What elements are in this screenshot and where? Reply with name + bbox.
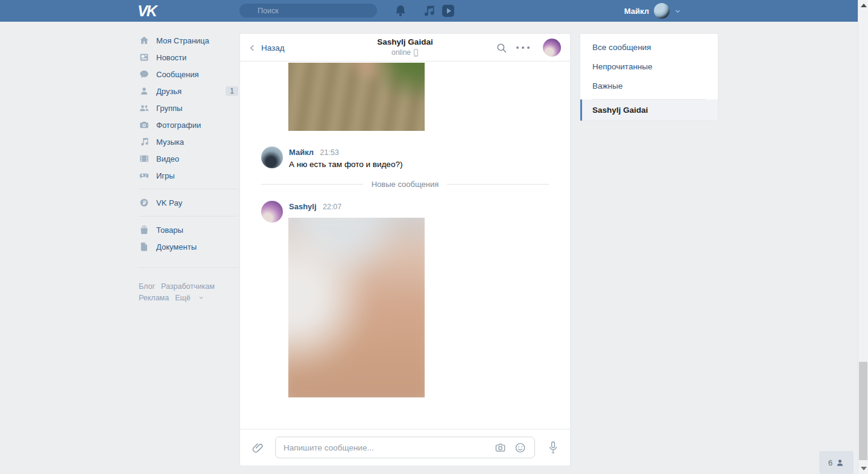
compose-bar xyxy=(240,429,570,466)
footer-link-developers[interactable]: Разработчикам xyxy=(161,282,215,291)
filter-important[interactable]: Важные xyxy=(580,76,718,95)
mobile-icon xyxy=(413,49,419,57)
account-avatar xyxy=(654,3,670,19)
messages-filter-panel: Все сообщения Непрочитанные Важные Sashy… xyxy=(580,33,718,121)
vk-logo[interactable]: VK xyxy=(138,2,162,19)
message-time: 21:53 xyxy=(320,148,339,157)
sidebar-divider xyxy=(139,189,238,189)
sidebar-footer: БлогРазработчикам РекламаЕщё xyxy=(139,281,238,304)
sidebar-item-market[interactable]: Товары xyxy=(139,221,238,238)
video-play-icon[interactable] xyxy=(441,4,455,18)
sidebar-item-music[interactable]: Музыка xyxy=(139,133,238,150)
games-icon xyxy=(139,170,150,181)
docs-icon xyxy=(139,241,150,252)
message-list[interactable]: Майкл 21:53 А ню есть там фото и видео?)… xyxy=(240,62,570,429)
sidebar-item-video[interactable]: Видео xyxy=(139,150,238,167)
sidebar-divider xyxy=(139,216,238,216)
filter-unread[interactable]: Непрочитанные xyxy=(580,57,718,76)
friends-online-widget[interactable]: 6 xyxy=(819,451,854,474)
friends-icon xyxy=(139,86,150,96)
microphone-icon[interactable] xyxy=(548,441,559,455)
sidebar-item-groups[interactable]: Группы xyxy=(139,100,238,116)
sidebar-item-docs[interactable]: Документы xyxy=(139,238,238,255)
vkpay-icon xyxy=(139,197,150,208)
footer-link-ads[interactable]: Реклама xyxy=(139,294,169,302)
photos-icon xyxy=(139,119,150,130)
sidebar-item-friends[interactable]: Друзья 1 xyxy=(139,83,238,100)
chevron-down-icon xyxy=(198,295,204,300)
music-icon[interactable] xyxy=(422,4,436,18)
bell-icon[interactable] xyxy=(393,4,408,18)
message-row: Майкл 21:53 А ню есть там фото и видео?) xyxy=(261,147,402,169)
top-bar: VK Майкл xyxy=(0,0,858,22)
sidebar-item-news[interactable]: Новости xyxy=(139,49,238,66)
online-count: 6 xyxy=(828,458,832,467)
search-conversation-icon[interactable] xyxy=(496,42,507,54)
camera-icon[interactable] xyxy=(495,442,506,453)
sidebar-item-my-page[interactable]: Моя Страница xyxy=(139,32,238,49)
chevron-down-icon xyxy=(674,8,681,14)
market-icon xyxy=(139,224,150,235)
messages-icon xyxy=(139,69,150,80)
search-input[interactable] xyxy=(239,4,377,17)
more-actions-icon[interactable] xyxy=(516,46,530,49)
avatar[interactable] xyxy=(261,147,283,168)
groups-icon xyxy=(139,103,150,113)
home-icon xyxy=(139,35,150,46)
footer-link-more[interactable]: Ещё xyxy=(175,294,191,302)
sidebar-item-messages[interactable]: Сообщения xyxy=(139,66,238,83)
sidebar-item-photos[interactable]: Фотографии xyxy=(139,116,238,133)
news-icon xyxy=(139,52,150,63)
left-sidebar: Моя Страница Новости Сообщения Друзья 1 … xyxy=(139,32,238,304)
chat-window: Назад Sashylj Gaidai online Майкл xyxy=(239,33,571,466)
chat-list-item-selected[interactable]: Sashylj Gaidai xyxy=(580,100,718,121)
friends-count-badge: 1 xyxy=(226,86,238,96)
scrollbar[interactable] xyxy=(858,0,868,474)
chat-header: Назад Sashylj Gaidai online xyxy=(240,34,570,62)
scroll-down-arrow[interactable] xyxy=(861,467,867,470)
scrollbar-thumb[interactable] xyxy=(859,362,867,460)
message-author[interactable]: Sashylj xyxy=(289,202,317,211)
chat-status: online xyxy=(391,48,419,57)
sidebar-item-games[interactable]: Игры xyxy=(139,167,238,184)
sidebar-item-vkpay[interactable]: VK Pay xyxy=(139,194,238,211)
account-name: Майкл xyxy=(624,7,649,16)
filter-all-messages[interactable]: Все сообщения xyxy=(580,37,718,57)
message-text: А ню есть там фото и видео?) xyxy=(289,160,402,169)
scroll-up-arrow[interactable] xyxy=(861,4,867,7)
photo-attachment[interactable] xyxy=(288,63,425,131)
paperclip-icon[interactable] xyxy=(252,442,264,454)
sidebar-divider xyxy=(139,267,238,268)
photo-attachment[interactable] xyxy=(288,218,425,397)
smiley-icon[interactable] xyxy=(515,442,526,453)
message-author[interactable]: Майкл xyxy=(289,148,314,157)
new-messages-divider: Новые сообщения xyxy=(261,180,549,189)
avatar[interactable] xyxy=(261,201,283,223)
account-menu[interactable]: Майкл xyxy=(624,0,681,22)
message-time: 22:07 xyxy=(323,203,341,211)
music-icon xyxy=(139,136,150,147)
chat-title[interactable]: Sashylj Gaidai xyxy=(240,37,570,46)
person-icon xyxy=(835,458,844,467)
chat-peer-avatar[interactable] xyxy=(543,39,561,57)
video-icon xyxy=(139,153,150,164)
footer-link-blog[interactable]: Блог xyxy=(139,282,155,291)
